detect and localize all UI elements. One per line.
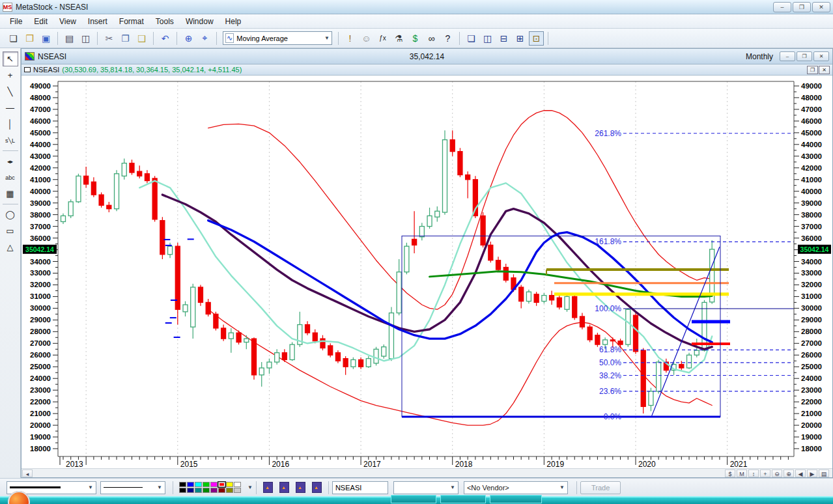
tile-horizontal-icon[interactable]: ⊟ bbox=[496, 31, 511, 46]
zoom-out-button[interactable]: ⊖ bbox=[772, 469, 782, 477]
stop-level-tool[interactable]: s╲L bbox=[3, 133, 18, 148]
color-swatch[interactable] bbox=[226, 488, 233, 493]
chart-window-titlebar[interactable]: NSEASI 35,042.14 Monthly –❐✕ bbox=[21, 49, 832, 64]
minimize-button[interactable]: – bbox=[773, 2, 791, 12]
menu-help[interactable]: Help bbox=[219, 16, 247, 27]
chart-template-icon[interactable] bbox=[279, 482, 289, 493]
symbol-input[interactable] bbox=[332, 481, 388, 494]
color-swatch[interactable] bbox=[234, 488, 241, 493]
chart-close-button[interactable]: ✕ bbox=[813, 51, 829, 61]
trade-button[interactable]: Trade bbox=[580, 481, 621, 494]
y-axis-label: 45000 bbox=[30, 129, 51, 137]
expert-advisor-icon[interactable]: ☺ bbox=[359, 31, 374, 46]
drawn-objects[interactable] bbox=[402, 236, 720, 417]
scroll-left-button[interactable]: ◀ bbox=[795, 469, 806, 477]
menu-tools[interactable]: Tools bbox=[150, 16, 180, 27]
zoom-in-button[interactable]: ⊕ bbox=[784, 469, 794, 477]
menu-view[interactable]: View bbox=[53, 16, 82, 27]
pan-button[interactable]: + bbox=[760, 469, 770, 477]
palette-chevron-icon[interactable]: ▼ bbox=[247, 484, 253, 490]
color-swatch[interactable] bbox=[179, 488, 186, 493]
price-scale-button[interactable]: $ bbox=[725, 469, 735, 477]
vertical-zoom-button[interactable]: ↕ bbox=[748, 469, 759, 477]
open-chart-icon[interactable]: ❒ bbox=[22, 31, 37, 46]
color-swatch[interactable] bbox=[226, 482, 233, 487]
main-toolbar: ❏❒▣▤◫✂❐❑↶⊕⌖∿Moving Average▼!☺ƒx⚗$∞?❏◫⊟⊞⊡ bbox=[0, 29, 833, 48]
text-note-tool[interactable]: abc bbox=[3, 170, 18, 185]
quote-grid-tool[interactable]: ▦ bbox=[3, 186, 18, 201]
workspace-icon[interactable]: ⊡ bbox=[529, 31, 544, 46]
chart-template-icon[interactable] bbox=[312, 482, 322, 493]
menu-format[interactable]: Format bbox=[113, 16, 150, 27]
menu-window[interactable]: Window bbox=[180, 16, 219, 27]
pointer-tool[interactable]: ↖ bbox=[3, 51, 18, 66]
scroll-left-right-buttons[interactable]: ◂▸ bbox=[3, 154, 18, 169]
system-tester-icon[interactable]: $ bbox=[408, 31, 423, 46]
periodicity-button[interactable]: M bbox=[737, 469, 747, 477]
line-style-dropdown[interactable]: ▼ bbox=[100, 481, 165, 494]
horizontal-line-tool[interactable]: — bbox=[3, 100, 18, 115]
cascade-windows-icon[interactable]: ❏ bbox=[464, 31, 479, 46]
tile-grid-icon[interactable]: ⊞ bbox=[513, 31, 528, 46]
indicator-builder-icon[interactable]: ƒx bbox=[375, 31, 390, 46]
color-swatch[interactable] bbox=[203, 482, 210, 487]
research-icon[interactable]: ⌖ bbox=[197, 31, 212, 46]
print-icon[interactable]: ▤ bbox=[62, 31, 77, 46]
menu-file[interactable]: File bbox=[4, 16, 28, 27]
change-symbol-icon[interactable]: ⊕ bbox=[181, 31, 196, 46]
vendor-dropdown[interactable]: <No Vendor> ▼ bbox=[464, 481, 568, 494]
color-palette[interactable] bbox=[179, 482, 241, 493]
collapse-box-icon[interactable] bbox=[24, 67, 31, 72]
pane-restore-button[interactable]: ❐ bbox=[807, 66, 818, 74]
scrollbar-left-arrow[interactable]: ◂ bbox=[22, 469, 33, 477]
ellipse-tool[interactable]: ◯ bbox=[3, 207, 18, 222]
restore-button[interactable]: ❐ bbox=[793, 2, 811, 12]
close-button[interactable]: ✕ bbox=[812, 2, 830, 12]
data-window-button[interactable]: ▤ bbox=[819, 469, 829, 477]
crosshair-tool[interactable]: + bbox=[3, 68, 18, 83]
chart-scrollbar[interactable]: ◂ $M↕+⊖⊕◀▶▤ bbox=[21, 468, 832, 477]
color-swatch[interactable] bbox=[218, 488, 225, 493]
color-swatch[interactable] bbox=[195, 482, 202, 487]
trendline-tool[interactable]: ╲ bbox=[3, 84, 18, 99]
vertical-line-tool[interactable]: │ bbox=[3, 117, 18, 132]
print-preview-icon[interactable]: ◫ bbox=[78, 31, 93, 46]
y-axis-label: 26000 bbox=[801, 351, 822, 359]
undo-icon[interactable]: ↶ bbox=[158, 31, 173, 46]
line-style-sample bbox=[104, 487, 143, 488]
cut-icon[interactable]: ✂ bbox=[102, 31, 117, 46]
copy-icon[interactable]: ❐ bbox=[118, 31, 133, 46]
tile-vertical-icon[interactable]: ◫ bbox=[480, 31, 495, 46]
color-swatch[interactable] bbox=[195, 488, 202, 493]
color-swatch[interactable] bbox=[179, 482, 186, 487]
pane-close-button[interactable]: ✕ bbox=[819, 66, 830, 74]
rectangle-tool[interactable]: ▭ bbox=[3, 223, 18, 238]
indicator-quicklist-dropdown[interactable]: ∿Moving Average▼ bbox=[223, 31, 332, 45]
chart-minimize-button[interactable]: – bbox=[780, 51, 795, 61]
menu-edit[interactable]: Edit bbox=[28, 16, 53, 27]
color-swatch[interactable] bbox=[210, 482, 218, 487]
color-swatch[interactable] bbox=[210, 488, 218, 493]
chart-area[interactable]: 261.8%161.8%100.0%61.8%50.0%38.2%23.6%0.… bbox=[21, 76, 832, 477]
paste-icon[interactable]: ❑ bbox=[134, 31, 149, 46]
chart-restore-button[interactable]: ❐ bbox=[797, 51, 812, 61]
triangle-tool[interactable]: △ bbox=[3, 240, 18, 255]
price-chart[interactable]: 261.8%161.8%100.0%61.8%50.0%38.2%23.6%0.… bbox=[21, 76, 832, 469]
explorer-icon[interactable]: ⚗ bbox=[391, 31, 406, 46]
chart-template-icon[interactable] bbox=[296, 482, 305, 493]
color-swatch[interactable] bbox=[187, 488, 194, 493]
color-swatch[interactable] bbox=[218, 482, 225, 487]
save-chart-icon[interactable]: ▣ bbox=[38, 31, 53, 46]
find-icon[interactable]: ∞ bbox=[424, 31, 439, 46]
scroll-right-button[interactable]: ▶ bbox=[807, 469, 817, 477]
new-chart-icon[interactable]: ❏ bbox=[6, 31, 21, 46]
menu-insert[interactable]: Insert bbox=[82, 16, 113, 27]
color-swatch[interactable] bbox=[234, 482, 241, 487]
empty-dropdown[interactable]: ▼ bbox=[393, 481, 459, 494]
alert-icon[interactable]: ! bbox=[343, 31, 358, 46]
x-axis-year-label: 2017 bbox=[363, 460, 381, 469]
help-pointer-icon[interactable]: ? bbox=[440, 31, 455, 46]
chart-template-icon[interactable] bbox=[263, 482, 273, 493]
color-swatch[interactable] bbox=[187, 482, 194, 487]
color-swatch[interactable] bbox=[203, 488, 210, 493]
